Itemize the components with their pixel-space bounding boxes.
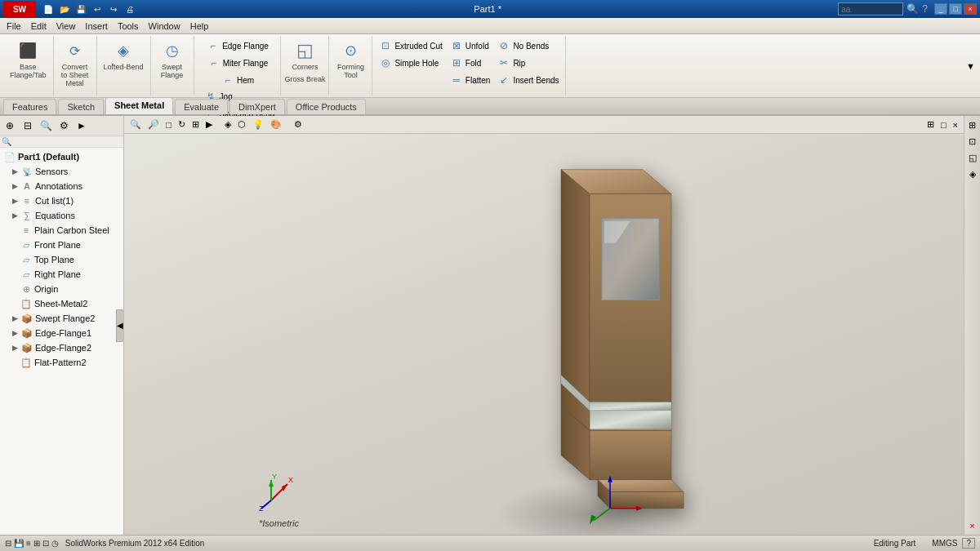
tree-item-equations[interactable]: ▶ ∑ Equations [0,208,123,223]
extruded-cut-btn[interactable]: ⊡ Extruded Cut [376,38,444,54]
redo-btn[interactable]: ↪ [106,2,121,16]
display-style-btn[interactable]: ◈ [222,118,234,132]
tree-item-annotations[interactable]: ▶ A Annotations [0,179,123,193]
vp-right-close[interactable]: × [965,518,980,533]
tree-item-material[interactable]: ≡ Plain Carbon Steel [0,223,123,238]
rotate-btn[interactable]: ↻ [176,118,188,132]
tree-item-front-plane[interactable]: ▱ Front Plane [0,238,123,252]
toolbar-group-convert: ⟳ Convertto SheetMetal [54,36,97,96]
tree-item-edge-flange2[interactable]: ▶ 📦 Edge-Flange2 [0,340,123,355]
sensors-label: Sensors [35,167,68,176]
edge-flange-btn[interactable]: ⌐ Edge Flange [203,38,271,54]
annotations-expand[interactable]: ▶ [10,181,20,191]
help-icon[interactable]: ? [922,3,928,15]
help-btn[interactable]: ? [962,538,975,549]
tree-item-cutlist[interactable]: ▶ ≡ Cut list(1) [0,193,123,208]
unfold-btn[interactable]: ⊠ Unfold [447,38,493,54]
edge-flange1-expand[interactable]: ▶ [10,328,20,338]
menu-view[interactable]: View [51,20,81,33]
vp-right-btn4[interactable]: ◈ [965,167,980,181]
tab-sheet-metal[interactable]: Sheet Metal [105,97,173,114]
editing-status: Editing Part [874,539,916,548]
search-icon[interactable]: 🔍 [906,3,919,15]
tree-item-part1[interactable]: 📄 Part1 (Default) [0,149,123,164]
status-icon6: ◷ [51,539,59,548]
viewport-tile-btn[interactable]: ⊞ [924,118,937,132]
sensors-expand[interactable]: ▶ [10,167,20,176]
save-btn[interactable]: 💾 [74,2,88,16]
display-options-btn[interactable]: 💡 [250,118,266,132]
rip-btn[interactable]: ✂ Rip [494,55,561,71]
tree-item-flat-pattern2[interactable]: 📋 Flat-Pattern2 [0,355,123,370]
view-settings-btn[interactable]: ⚙ [292,118,305,132]
section-btn[interactable]: ⬡ [235,118,248,132]
view-play-btn[interactable]: ▶ [203,118,215,132]
menu-edit[interactable]: Edit [26,20,51,33]
tree-item-sheet-metal2[interactable]: 📋 Sheet-Metal2 [0,296,123,311]
tree-btn-expand[interactable]: ► [74,118,90,134]
maximize-btn[interactable]: □ [949,3,962,15]
render-btn[interactable]: 🎨 [268,118,284,132]
tab-dimxpert[interactable]: DimXpert [229,99,285,114]
print-btn[interactable]: 🖨 [122,2,137,16]
tree-item-top-plane[interactable]: ▱ Top Plane [0,252,123,267]
tree-collapse-handle[interactable]: ◀ [116,309,124,342]
convert-sheet-metal-btn[interactable]: ⟳ Convertto SheetMetal [57,38,93,90]
swept-flange2-expand[interactable]: ▶ [10,313,20,323]
equations-expand[interactable]: ▶ [10,211,20,220]
viewport-single-btn[interactable]: □ [938,118,949,132]
menu-file[interactable]: File [2,20,26,33]
swept-flange-btn[interactable]: ◷ SweptFlange [154,38,190,82]
tree-item-origin[interactable]: ⊕ Origin [0,282,123,296]
vp-right-btn2[interactable]: ⊡ [965,134,980,149]
hem-btn[interactable]: ⌐ Hem [218,72,256,88]
zoom-in-btn[interactable]: 🔍 [127,118,144,132]
menu-insert[interactable]: Insert [80,20,113,33]
flat-pattern2-label: Flat-Pattern2 [34,358,87,367]
miter-flange-btn[interactable]: ⌐ Miter Flange [204,55,271,71]
edge-flange2-expand[interactable]: ▶ [10,343,20,353]
close-btn[interactable]: × [964,3,977,15]
tab-office-products[interactable]: Office Products [287,99,366,114]
tab-sketch[interactable]: Sketch [58,99,104,114]
corners-btn[interactable]: ◱ Corners [287,38,323,73]
zoom-out-btn[interactable]: 🔎 [145,118,162,132]
ribbon-expand-btn[interactable]: ▼ [964,36,977,96]
tree-btn-config[interactable]: ⚙ [56,118,72,134]
insert-bends-btn[interactable]: ↙ Insert Bends [494,72,561,88]
viewport[interactable]: 🔍 🔎 □ ↻ ⊞ ▶ ◈ ⬡ 💡 🎨 ⚙ ⊞ □ × [124,116,980,535]
undo-btn[interactable]: ↩ [90,2,105,16]
tree-btn-2[interactable]: ⊟ [20,118,36,134]
zoom-fit-btn[interactable]: □ [163,118,174,132]
forming-tool-btn[interactable]: ⊙ FormingTool [332,38,368,82]
cutlist-expand[interactable]: ▶ [10,196,20,206]
vp-right-btn1[interactable]: ⊞ [965,118,980,132]
tree-item-swept-flange2[interactable]: ▶ 📦 Swept Flange2 [0,311,123,326]
flatten-btn[interactable]: ═ Flatten [447,72,493,88]
minimize-btn[interactable]: _ [934,3,947,15]
open-btn[interactable]: 📂 [57,2,72,16]
tree-item-sensors[interactable]: ▶ 📡 Sensors [0,164,123,179]
vp-right-btn3[interactable]: ◱ [965,150,980,165]
menu-window[interactable]: Window [144,20,185,33]
base-flange-tab-btn[interactable]: ⬛ BaseFlange/Tab [7,38,50,82]
view-orient-btn[interactable]: ⊞ [189,118,202,132]
tree-btn-search[interactable]: 🔍 [38,118,54,134]
simple-hole-btn[interactable]: ◎ Simple Hole [376,55,444,71]
menu-help[interactable]: Help [185,20,214,33]
status-icon4: ⊞ [33,539,40,548]
menu-tools[interactable]: Tools [113,20,144,33]
viewport-close-btn[interactable]: × [951,118,960,132]
svg-text:Y: Y [272,473,277,481]
search-input[interactable] [838,2,903,16]
new-btn[interactable]: 📄 [41,2,56,16]
ribbon-toolbar: ⬛ BaseFlange/Tab ⟳ Convertto SheetMetal … [0,34,980,98]
fold-btn[interactable]: ⊞ Fold [447,55,493,71]
tree-btn-1[interactable]: ⊕ [2,118,18,134]
no-bends-btn[interactable]: ⊘ No Bends [494,38,561,54]
tab-evaluate[interactable]: Evaluate [175,99,228,114]
tab-features[interactable]: Features [3,99,56,114]
tree-item-edge-flange1[interactable]: ▶ 📦 Edge-Flange1 [0,326,123,340]
tree-item-right-plane[interactable]: ▱ Right Plane [0,267,123,282]
lofted-bend-btn[interactable]: ◈ Lofted-Bend [100,38,147,73]
